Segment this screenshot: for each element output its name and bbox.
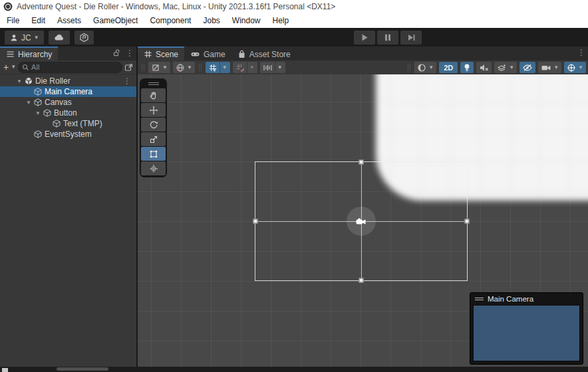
hierarchy-item-eventsystem[interactable]: EventSystem <box>0 129 136 140</box>
cloud-services-button[interactable] <box>49 31 70 45</box>
globe-icon <box>176 63 185 72</box>
chevron-down-icon: ▼ <box>162 65 168 70</box>
foldout-arrow[interactable]: ▼ <box>33 110 43 116</box>
tab-label: Asset Store <box>249 50 291 59</box>
person-icon <box>9 33 19 43</box>
cube-icon <box>43 108 52 118</box>
effects-icon <box>497 63 507 72</box>
selection-rect-gizmo <box>255 161 468 281</box>
picker-window-icon[interactable] <box>124 63 133 72</box>
create-dropdown-icon[interactable]: ▼ <box>11 64 16 70</box>
tab-asset-store[interactable]: Asset Store <box>231 48 297 60</box>
scene-visibility-button[interactable] <box>519 62 535 73</box>
menu-item-help[interactable]: Help <box>267 14 295 27</box>
foldout-arrow[interactable]: ▼ <box>15 78 24 84</box>
camera-preview-viewport <box>473 305 580 361</box>
menu-item-window[interactable]: Window <box>226 14 267 27</box>
chevron-down-icon: ▼ <box>428 65 434 70</box>
gizmo-handle-right[interactable] <box>465 219 470 224</box>
camera-settings-button[interactable]: ▼ <box>538 62 561 73</box>
tab-label: Scene <box>156 50 178 59</box>
create-object-button[interactable]: + <box>3 62 9 72</box>
grid-axis-icon: Y <box>208 63 218 72</box>
gizmos-button[interactable]: ▼ <box>564 62 586 73</box>
toolbar-separator <box>408 64 410 71</box>
menu-item-edit[interactable]: Edit <box>25 14 51 27</box>
grid-size-button[interactable]: ▼ <box>260 62 285 73</box>
tab-game[interactable]: Game <box>184 48 231 60</box>
menu-item-component[interactable]: Component <box>144 14 197 27</box>
hierarchy-item-label: Text (TMP) <box>63 119 102 128</box>
menubar: FileEditAssetsGameObjectComponentJobsWin… <box>0 13 588 28</box>
horizontal-scrollbar-thumb[interactable] <box>57 367 108 371</box>
menu-item-file[interactable]: File <box>1 14 25 27</box>
palette-drag-handle[interactable] <box>141 80 166 88</box>
gizmo-sphere-icon <box>567 63 576 72</box>
step-button[interactable] <box>400 31 422 45</box>
foldout-arrow[interactable]: ▼ <box>24 100 33 106</box>
scene-grid-icon <box>144 50 152 58</box>
gizmo-handle-top[interactable] <box>359 160 364 165</box>
cube-icon <box>33 98 43 107</box>
main-toolbar: JC ▼ <box>0 28 588 46</box>
panel-menu-icon[interactable]: ⋮ <box>577 48 585 56</box>
camera-icon <box>541 63 551 72</box>
tab-label: Game <box>204 50 225 59</box>
hierarchy-item-die-roller[interactable]: ▼ Die Roller⋮ <box>0 76 136 86</box>
gizmo-handle-bottom[interactable] <box>359 278 364 283</box>
tool-handle-rotation-button[interactable]: ▼ <box>173 62 195 73</box>
version-control-button[interactable] <box>74 31 94 45</box>
rect-tool-button[interactable] <box>141 147 166 161</box>
move-icon <box>149 106 158 115</box>
cube-icon <box>33 87 43 96</box>
rotate-tool-button[interactable] <box>141 118 166 132</box>
hierarchy-item-text-tmp-[interactable]: Text (TMP) <box>0 118 136 129</box>
grid-visibility-button[interactable]: Y ▼ <box>206 62 230 73</box>
play-button[interactable] <box>354 31 375 45</box>
camera-pivot[interactable] <box>347 207 376 236</box>
hierarchy-search-input[interactable]: All <box>18 62 122 73</box>
rect-tool-icon <box>149 149 158 159</box>
toolbar-separator <box>199 64 202 71</box>
rotate-icon <box>149 120 158 130</box>
hierarchy-item-main-camera[interactable]: Main Camera <box>0 86 136 97</box>
preview-drag-handle[interactable] <box>475 298 484 300</box>
chevron-down-icon: ▼ <box>509 65 514 70</box>
draw-mode-button[interactable]: ▼ <box>414 62 436 73</box>
tool-handle-position-button[interactable]: ▼ <box>148 62 170 73</box>
move-tool-button[interactable] <box>141 103 166 117</box>
2d-mode-button[interactable]: 2D <box>439 62 458 73</box>
window-title: Adventure Quest - Die Roller - Windows, … <box>17 2 335 11</box>
account-button[interactable]: JC ▼ <box>5 31 44 45</box>
unity-window: Adventure Quest - Die Roller - Windows, … <box>0 0 588 372</box>
lighting-toggle-button[interactable] <box>460 62 474 73</box>
search-icon <box>22 64 29 71</box>
menu-item-assets[interactable]: Assets <box>51 14 87 27</box>
hierarchy-item-button[interactable]: ▼ Button <box>0 108 136 118</box>
transform-tool-button[interactable] <box>141 161 166 175</box>
title-bar: Adventure Quest - Die Roller - Windows, … <box>0 0 588 13</box>
chevron-down-icon: ▼ <box>553 65 559 70</box>
menu-item-gameobject[interactable]: GameObject <box>87 14 144 27</box>
audio-toggle-button[interactable] <box>476 62 492 73</box>
hierarchy-tabbar: Hierarchy ⋮ <box>0 46 136 60</box>
scene-context-menu-icon[interactable]: ⋮ <box>123 77 131 85</box>
panel-menu-icon[interactable]: ⋮ <box>126 49 134 57</box>
cloud-icon <box>53 33 65 43</box>
tab-hierarchy[interactable]: Hierarchy <box>0 46 58 60</box>
gizmo-handle-left[interactable] <box>253 219 258 224</box>
step-icon <box>407 33 416 42</box>
hierarchy-tree: ▼ Die Roller⋮ Main Camera▼ Canvas▼ Butto… <box>0 74 136 140</box>
snap-settings-button[interactable]: ▼ <box>233 62 257 73</box>
unlock-icon[interactable] <box>112 48 120 57</box>
view-tool-button[interactable] <box>141 88 166 102</box>
menu-item-jobs[interactable]: Jobs <box>197 14 225 27</box>
scene-viewport[interactable]: Main Camera <box>138 74 588 367</box>
tab-scene[interactable]: Scene <box>138 46 184 60</box>
pause-button[interactable] <box>377 31 398 45</box>
hierarchy-item-canvas[interactable]: ▼ Canvas <box>0 97 136 108</box>
effects-button[interactable]: ▼ <box>494 62 517 73</box>
camera-preview-panel: Main Camera <box>470 292 583 365</box>
cube-icon <box>52 119 61 128</box>
scale-tool-button[interactable] <box>141 132 166 146</box>
